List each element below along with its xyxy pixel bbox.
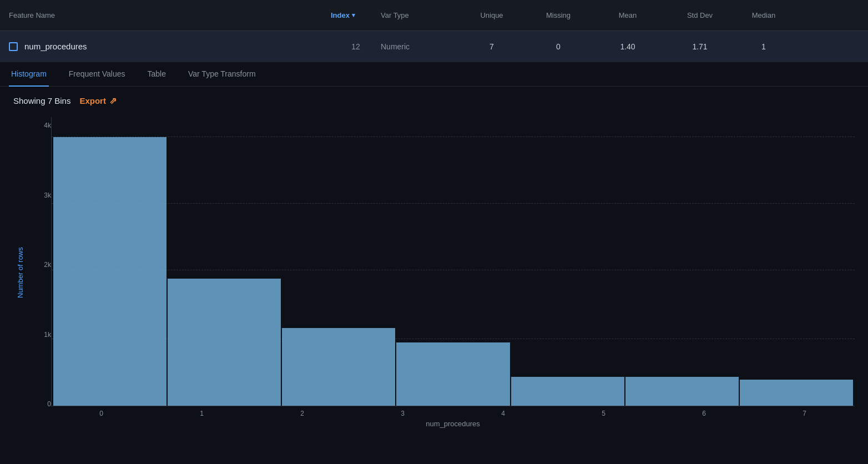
chart-inner: 0 1 2 3 4 5 6 7 num_procedures: [51, 117, 855, 428]
x-tick-4: 4: [453, 410, 553, 417]
header-std-dev: Std Dev: [664, 11, 736, 19]
export-button[interactable]: Export ⇗: [79, 95, 117, 106]
cell-median: 1: [736, 42, 791, 51]
bar-0: [53, 137, 166, 406]
export-icon: ⇗: [109, 95, 117, 106]
x-tick-6: 6: [654, 410, 754, 417]
tab-histogram[interactable]: Histogram: [9, 62, 49, 87]
header-median: Median: [736, 11, 791, 19]
bar-group-4: [511, 117, 625, 406]
header-unique: Unique: [458, 11, 525, 19]
y-tick-2k: 2k: [44, 261, 51, 269]
x-axis-label: num_procedures: [51, 420, 855, 428]
y-ticks: 4k 3k 2k 1k 0: [29, 117, 51, 428]
bar-group-0: [53, 117, 167, 406]
showing-bins-label: Showing 7 Bins: [13, 96, 70, 105]
header-missing: Missing: [525, 11, 592, 19]
x-tick-3: 3: [352, 410, 453, 417]
y-tick-1k: 1k: [44, 331, 51, 339]
bar-6: [740, 380, 853, 406]
y-tick-0: 0: [47, 400, 51, 408]
bar-3: [396, 342, 509, 406]
histogram-area: Showing 7 Bins Export ⇗ Number of rows 4…: [0, 87, 868, 437]
cell-var-type: Numeric: [381, 42, 458, 51]
bar-2: [282, 328, 395, 406]
bar-group-1: [167, 117, 281, 406]
y-tick-4k: 4k: [44, 122, 51, 129]
bar-1: [168, 279, 281, 406]
header-feature-name: Feature Name: [9, 11, 331, 19]
row-checkbox[interactable]: [9, 42, 18, 51]
cell-unique: 7: [458, 42, 525, 51]
x-tick-0: 0: [51, 410, 152, 417]
bar-group-6: [739, 117, 854, 406]
x-axis: 0 1 2 3 4 5 6 7: [51, 406, 855, 417]
tab-table[interactable]: Table: [145, 62, 168, 87]
bars-container: [52, 117, 855, 406]
y-axis-label: Number of rows: [13, 117, 27, 428]
bar-5: [625, 377, 739, 406]
header-index[interactable]: Index ▾: [331, 11, 381, 19]
bar-group-3: [396, 117, 510, 406]
tab-frequent-values[interactable]: Frequent Values: [67, 62, 128, 87]
x-tick-2: 2: [252, 410, 352, 417]
tab-var-type-transform[interactable]: Var Type Transform: [186, 62, 258, 87]
cell-std-dev: 1.71: [664, 42, 736, 51]
sort-arrow-icon: ▾: [352, 12, 355, 19]
x-tick-5: 5: [553, 410, 654, 417]
cell-missing: 0: [525, 42, 592, 51]
histogram-controls: Showing 7 Bins Export ⇗: [13, 95, 855, 106]
chart-plot: [51, 117, 855, 406]
bar-4: [511, 377, 624, 406]
tabs-row: Histogram Frequent Values Table Var Type…: [0, 62, 868, 87]
y-tick-3k: 3k: [44, 191, 51, 199]
x-tick-7: 7: [754, 410, 855, 417]
header-mean: Mean: [592, 11, 664, 19]
header-var-type: Var Type: [381, 11, 458, 19]
x-tick-1: 1: [152, 410, 252, 417]
cell-mean: 1.40: [592, 42, 664, 51]
bar-group-2: [281, 117, 396, 406]
cell-index: 12: [331, 42, 381, 51]
bar-group-5: [625, 117, 739, 406]
histogram-chart: Number of rows 4k 3k 2k 1k 0: [13, 117, 855, 428]
table-header: Feature Name Index ▾ Var Type Unique Mis…: [0, 0, 868, 31]
cell-feature-name: num_procedures: [9, 42, 331, 51]
table-row: num_procedures 12 Numeric 7 0 1.40 1.71 …: [0, 31, 868, 62]
